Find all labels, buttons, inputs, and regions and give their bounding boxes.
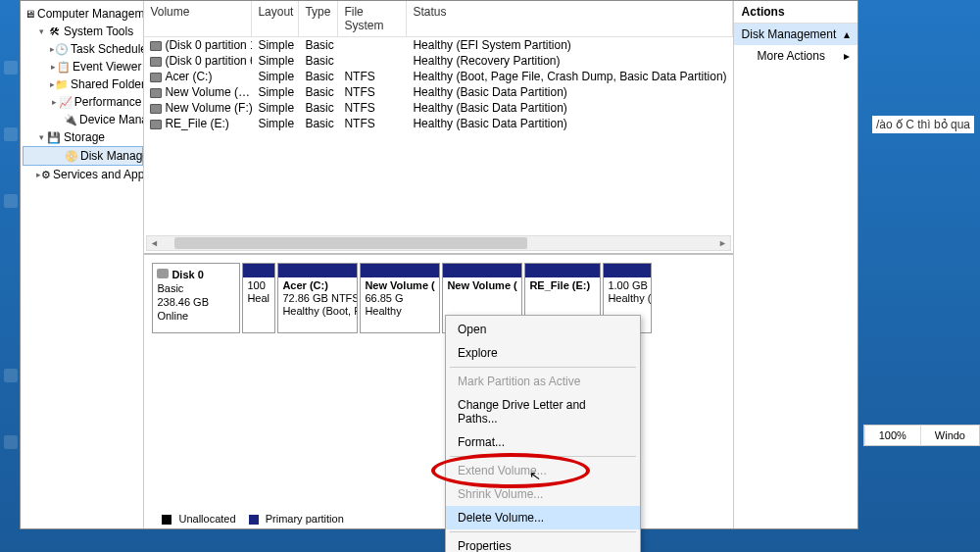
tree-label: Services and Applications <box>53 168 144 181</box>
collapse-icon: ▴ <box>844 27 850 41</box>
volume-icon <box>150 73 162 82</box>
actions-pane: Actions Disk Management ▴ More Actions ▸ <box>734 1 858 528</box>
tree-event-viewer[interactable]: ▸ 📋 Event Viewer <box>23 58 143 75</box>
partition[interactable]: 100Heal <box>242 263 275 333</box>
disk-type: Basic <box>157 281 235 295</box>
volume-row[interactable]: New Volume (F:)SimpleBasicNTFSHealthy (B… <box>144 100 732 116</box>
computer-management-window: 🖥 Computer Management (Local) ▾ 🛠 System… <box>20 0 858 529</box>
volume-list-header[interactable]: Volume Layout Type File System Status <box>144 1 732 37</box>
volume-icon <box>150 41 162 51</box>
volume-row[interactable]: New Volume (…SimpleBasicNTFSHealthy (Bas… <box>144 84 732 100</box>
tree-shared-folders[interactable]: ▸ 📁 Shared Folders <box>23 75 143 93</box>
navigation-tree[interactable]: 🖥 Computer Management (Local) ▾ 🛠 System… <box>21 1 144 528</box>
partition-header-bar <box>525 264 600 277</box>
actions-disk-management[interactable]: Disk Management ▴ <box>734 24 858 45</box>
tree-task-scheduler[interactable]: ▸ 🕒 Task Scheduler <box>23 40 143 58</box>
submenu-icon: ▸ <box>844 49 850 63</box>
zoom-level: 100% <box>864 426 920 445</box>
background-text: /ào ố C thì bỏ qua <box>872 116 974 133</box>
partition-header-bar <box>443 264 521 277</box>
tree-label: Performance <box>74 95 142 109</box>
volume-icon <box>150 120 162 129</box>
tree-label: Event Viewer <box>73 60 141 74</box>
partition-header-bar <box>243 264 274 277</box>
disk-title: Disk 0 <box>172 269 203 280</box>
volume-row[interactable]: (Disk 0 partition 1)SimpleBasicHealthy (… <box>144 37 732 53</box>
disk-icon: 📀 <box>65 148 78 164</box>
tree-storage[interactable]: ▾ 💾 Storage <box>23 128 143 146</box>
ctx-mark-active: Mark Partition as Active <box>446 370 640 393</box>
tools-icon: 🛠 <box>46 24 62 39</box>
legend-primary: Primary partition <box>266 513 344 525</box>
disk-size: 238.46 GB <box>157 295 235 309</box>
tree-system-tools[interactable]: ▾ 🛠 System Tools <box>23 23 143 40</box>
col-filesystem[interactable]: File System <box>338 1 407 36</box>
storage-icon: 💾 <box>46 129 62 145</box>
ctx-open[interactable]: Open <box>446 318 640 341</box>
tree-performance[interactable]: ▸ 📈 Performance <box>23 93 143 111</box>
ctx-format[interactable]: Format... <box>446 430 640 454</box>
expand-icon[interactable]: ▸ <box>50 62 57 72</box>
partition-header-bar <box>361 264 439 277</box>
col-volume[interactable]: Volume <box>144 1 252 36</box>
content-area: Volume Layout Type File System Status (D… <box>144 1 733 528</box>
partition[interactable]: New Volume (66.85 GHealthy <box>360 263 440 333</box>
computer-icon: 🖥 <box>24 6 35 22</box>
ctx-delete-volume[interactable]: Delete Volume... <box>446 506 640 529</box>
app-hint: Windo <box>920 426 979 445</box>
legend-swatch-primary <box>249 515 259 525</box>
event-icon: 📋 <box>57 59 71 75</box>
device-icon: 🔌 <box>64 112 77 127</box>
actions-item-label: Disk Management <box>742 27 837 41</box>
disk-info-panel[interactable]: Disk 0 Basic 238.46 GB Online <box>152 263 240 333</box>
volume-icon <box>150 104 162 114</box>
ctx-extend: Extend Volume... <box>446 459 640 482</box>
volume-icon <box>150 88 162 98</box>
ctx-shrink: Shrink Volume... <box>446 482 640 506</box>
context-menu[interactable]: Open Explore Mark Partition as Active Ch… <box>445 315 641 552</box>
col-type[interactable]: Type <box>299 1 338 36</box>
tree-label: Disk Management <box>80 149 144 163</box>
tree-device-manager[interactable]: 🔌 Device Manager <box>23 111 143 128</box>
volume-row[interactable]: RE_File (E:)SimpleBasicNTFSHealthy (Basi… <box>144 116 732 131</box>
actions-more[interactable]: More Actions ▸ <box>734 45 858 67</box>
legend-swatch-unallocated <box>162 515 172 525</box>
scroll-left-icon[interactable]: ◄ <box>147 238 161 248</box>
col-layout[interactable]: Layout <box>252 1 299 36</box>
clock-icon: 🕒 <box>55 41 69 57</box>
folder-icon: 📁 <box>55 76 69 92</box>
ctx-change-letter[interactable]: Change Drive Letter and Paths... <box>446 393 640 430</box>
disk-graphical-view[interactable]: Disk 0 Basic 238.46 GB Online 100HealAce… <box>144 253 732 528</box>
volume-row[interactable]: (Disk 0 partition 6)SimpleBasicHealthy (… <box>144 53 732 69</box>
actions-header: Actions <box>734 1 858 24</box>
col-status[interactable]: Status <box>407 1 732 36</box>
tree-services-apps[interactable]: ▸ ⚙ Services and Applications <box>23 166 143 183</box>
expand-icon[interactable]: ▸ <box>50 97 59 107</box>
tree-label: Computer Management (Local) <box>37 7 144 21</box>
tree-label: Storage <box>64 130 105 144</box>
services-icon: ⚙ <box>41 167 51 182</box>
tree-label: System Tools <box>64 25 133 38</box>
partition-header-bar <box>278 264 357 277</box>
volume-list[interactable]: Volume Layout Type File System Status (D… <box>144 1 732 253</box>
scroll-right-icon[interactable]: ► <box>716 238 730 248</box>
horizontal-scrollbar[interactable]: ◄ ► <box>146 235 730 251</box>
legend-unallocated: Unallocated <box>178 513 235 525</box>
tree-disk-management[interactable]: 📀 Disk Management <box>23 146 143 166</box>
tree-label: Shared Folders <box>71 77 144 91</box>
tree-label: Device Manager <box>79 113 144 126</box>
perf-icon: 📈 <box>59 94 73 110</box>
disk-state: Online <box>157 309 235 323</box>
tree-root[interactable]: 🖥 Computer Management (Local) <box>23 5 143 23</box>
partition-header-bar <box>604 264 651 277</box>
scroll-thumb[interactable] <box>174 237 527 249</box>
ctx-properties[interactable]: Properties <box>446 534 640 552</box>
disk-icon <box>157 269 169 278</box>
volume-row[interactable]: Acer (C:)SimpleBasicNTFSHealthy (Boot, P… <box>144 69 732 84</box>
partition[interactable]: Acer (C:)72.86 GB NTFSHealthy (Boot, P <box>277 263 358 333</box>
expand-icon[interactable]: ▾ <box>36 132 46 142</box>
ctx-explore[interactable]: Explore <box>446 341 640 365</box>
legend: Unallocated Primary partition <box>152 513 343 525</box>
status-bar: 100% Windo <box>863 425 980 446</box>
expand-icon[interactable]: ▾ <box>36 26 46 36</box>
